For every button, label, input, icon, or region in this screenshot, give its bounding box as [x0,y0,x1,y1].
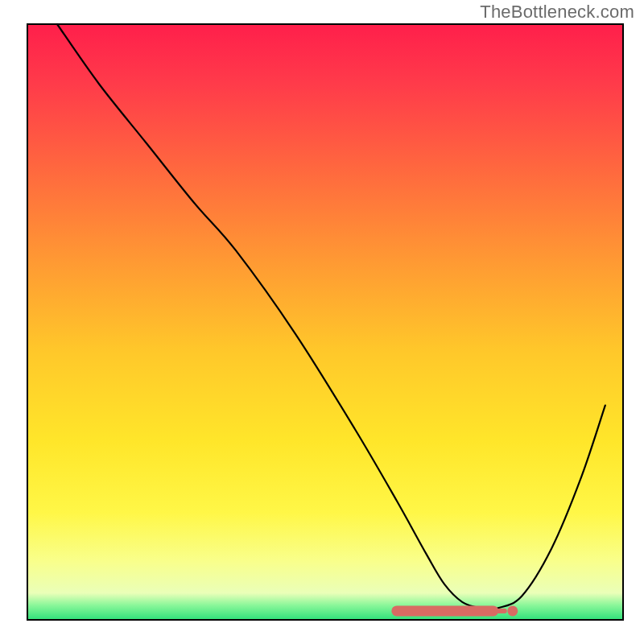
svg-point-1 [507,605,518,616]
chart-svg [0,0,644,644]
chart-stage: TheBottleneck.com [0,0,644,644]
plot-background [27,24,623,620]
watermark-text: TheBottleneck.com [480,2,634,23]
